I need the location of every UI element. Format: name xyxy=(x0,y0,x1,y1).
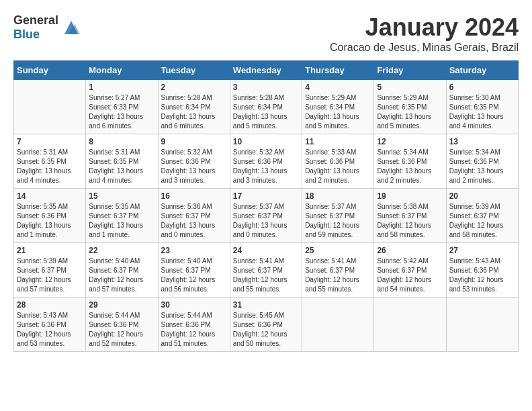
calendar-cell: 7Sunrise: 5:31 AMSunset: 6:35 PMDaylight… xyxy=(14,134,86,189)
calendar-cell: 1Sunrise: 5:27 AMSunset: 6:33 PMDaylight… xyxy=(86,80,158,134)
calendar-cell xyxy=(14,80,86,134)
calendar-cell: 6Sunrise: 5:30 AMSunset: 6:35 PMDaylight… xyxy=(446,80,518,134)
calendar-cell: 19Sunrise: 5:38 AMSunset: 6:37 PMDayligh… xyxy=(374,189,446,243)
calendar-cell: 5Sunrise: 5:29 AMSunset: 6:35 PMDaylight… xyxy=(374,80,446,134)
day-info: Sunrise: 5:32 AMSunset: 6:36 PMDaylight:… xyxy=(161,148,227,185)
day-number: 10 xyxy=(233,137,299,146)
day-info: Sunrise: 5:40 AMSunset: 6:37 PMDaylight:… xyxy=(89,257,154,294)
day-info: Sunrise: 5:35 AMSunset: 6:37 PMDaylight:… xyxy=(89,202,154,240)
day-number: 3 xyxy=(233,83,299,92)
day-info: Sunrise: 5:39 AMSunset: 6:37 PMDaylight:… xyxy=(449,202,515,240)
calendar-week-row: 21Sunrise: 5:39 AMSunset: 6:37 PMDayligh… xyxy=(14,243,519,298)
day-info: Sunrise: 5:31 AMSunset: 6:35 PMDaylight:… xyxy=(17,148,83,185)
calendar-cell: 12Sunrise: 5:34 AMSunset: 6:36 PMDayligh… xyxy=(374,134,446,189)
day-info: Sunrise: 5:44 AMSunset: 6:36 PMDaylight:… xyxy=(89,311,154,349)
calendar-cell: 13Sunrise: 5:34 AMSunset: 6:36 PMDayligh… xyxy=(446,134,518,189)
day-info: Sunrise: 5:29 AMSunset: 6:35 PMDaylight:… xyxy=(377,93,443,131)
day-info: Sunrise: 5:38 AMSunset: 6:37 PMDaylight:… xyxy=(377,202,443,240)
day-number: 13 xyxy=(449,137,515,146)
day-number: 27 xyxy=(449,246,515,255)
calendar-cell: 16Sunrise: 5:36 AMSunset: 6:37 PMDayligh… xyxy=(158,189,230,243)
calendar-cell: 28Sunrise: 5:43 AMSunset: 6:36 PMDayligh… xyxy=(14,298,86,352)
calendar-cell xyxy=(446,298,518,352)
calendar-cell: 25Sunrise: 5:41 AMSunset: 6:37 PMDayligh… xyxy=(302,243,374,298)
day-number: 5 xyxy=(377,83,443,92)
calendar-cell: 31Sunrise: 5:45 AMSunset: 6:36 PMDayligh… xyxy=(230,298,302,352)
day-number: 15 xyxy=(89,191,154,201)
day-number: 2 xyxy=(161,83,227,92)
calendar-cell: 10Sunrise: 5:32 AMSunset: 6:36 PMDayligh… xyxy=(230,134,302,189)
day-info: Sunrise: 5:42 AMSunset: 6:37 PMDaylight:… xyxy=(377,257,443,294)
calendar-cell: 29Sunrise: 5:44 AMSunset: 6:36 PMDayligh… xyxy=(86,298,158,352)
calendar-week-row: 28Sunrise: 5:43 AMSunset: 6:36 PMDayligh… xyxy=(14,298,519,352)
day-info: Sunrise: 5:45 AMSunset: 6:36 PMDaylight:… xyxy=(233,311,299,349)
title-section: January 2024 Coracao de Jesus, Minas Ger… xyxy=(330,13,519,54)
calendar-cell: 24Sunrise: 5:41 AMSunset: 6:37 PMDayligh… xyxy=(230,243,302,298)
calendar-cell: 17Sunrise: 5:37 AMSunset: 6:37 PMDayligh… xyxy=(230,189,302,243)
calendar-cell: 11Sunrise: 5:33 AMSunset: 6:36 PMDayligh… xyxy=(302,134,374,189)
day-number: 9 xyxy=(161,137,227,146)
day-number: 16 xyxy=(161,191,227,201)
calendar-cell: 22Sunrise: 5:40 AMSunset: 6:37 PMDayligh… xyxy=(86,243,158,298)
logo-blue: Blue xyxy=(13,28,40,41)
calendar-cell xyxy=(374,298,446,352)
logo-general: General xyxy=(13,13,58,27)
day-number: 17 xyxy=(233,191,299,201)
weekday-header-friday: Friday xyxy=(374,61,446,80)
day-number: 22 xyxy=(89,246,154,255)
calendar-table: SundayMondayTuesdayWednesdayThursdayFrid… xyxy=(13,60,519,352)
day-info: Sunrise: 5:29 AMSunset: 6:34 PMDaylight:… xyxy=(305,93,371,131)
day-info: Sunrise: 5:37 AMSunset: 6:37 PMDaylight:… xyxy=(305,202,371,240)
calendar-cell xyxy=(302,298,374,352)
day-info: Sunrise: 5:34 AMSunset: 6:36 PMDaylight:… xyxy=(377,148,443,185)
day-info: Sunrise: 5:32 AMSunset: 6:36 PMDaylight:… xyxy=(233,148,299,185)
weekday-header-thursday: Thursday xyxy=(302,61,374,80)
calendar-cell: 21Sunrise: 5:39 AMSunset: 6:37 PMDayligh… xyxy=(14,243,86,298)
day-info: Sunrise: 5:41 AMSunset: 6:37 PMDaylight:… xyxy=(305,257,371,294)
day-info: Sunrise: 5:31 AMSunset: 6:35 PMDaylight:… xyxy=(89,148,154,185)
day-number: 24 xyxy=(233,246,299,255)
day-number: 25 xyxy=(305,246,371,255)
weekday-header-saturday: Saturday xyxy=(446,61,518,80)
day-number: 18 xyxy=(305,191,371,201)
calendar-cell: 9Sunrise: 5:32 AMSunset: 6:36 PMDaylight… xyxy=(158,134,230,189)
calendar-week-row: 7Sunrise: 5:31 AMSunset: 6:35 PMDaylight… xyxy=(14,134,519,189)
day-number: 6 xyxy=(449,83,515,92)
day-info: Sunrise: 5:30 AMSunset: 6:35 PMDaylight:… xyxy=(449,93,515,131)
day-number: 8 xyxy=(89,137,154,146)
day-info: Sunrise: 5:44 AMSunset: 6:36 PMDaylight:… xyxy=(161,311,227,349)
day-info: Sunrise: 5:35 AMSunset: 6:36 PMDaylight:… xyxy=(17,202,83,240)
calendar-week-row: 14Sunrise: 5:35 AMSunset: 6:36 PMDayligh… xyxy=(14,189,519,243)
day-number: 14 xyxy=(17,191,83,201)
weekday-header-wednesday: Wednesday xyxy=(230,61,302,80)
calendar-cell: 26Sunrise: 5:42 AMSunset: 6:37 PMDayligh… xyxy=(374,243,446,298)
calendar-cell: 14Sunrise: 5:35 AMSunset: 6:36 PMDayligh… xyxy=(14,189,86,243)
day-info: Sunrise: 5:37 AMSunset: 6:37 PMDaylight:… xyxy=(233,202,299,240)
calendar-cell: 30Sunrise: 5:44 AMSunset: 6:36 PMDayligh… xyxy=(158,298,230,352)
weekday-header-sunday: Sunday xyxy=(14,61,86,80)
calendar-cell: 2Sunrise: 5:28 AMSunset: 6:34 PMDaylight… xyxy=(158,80,230,134)
day-info: Sunrise: 5:28 AMSunset: 6:34 PMDaylight:… xyxy=(161,93,227,131)
weekday-header-tuesday: Tuesday xyxy=(158,61,230,80)
calendar-cell: 27Sunrise: 5:43 AMSunset: 6:36 PMDayligh… xyxy=(446,243,518,298)
day-number: 28 xyxy=(17,300,83,310)
day-number: 12 xyxy=(377,137,443,146)
day-number: 11 xyxy=(305,137,371,146)
day-info: Sunrise: 5:41 AMSunset: 6:37 PMDaylight:… xyxy=(233,257,299,294)
day-number: 31 xyxy=(233,300,299,310)
day-number: 26 xyxy=(377,246,443,255)
calendar-cell: 15Sunrise: 5:35 AMSunset: 6:37 PMDayligh… xyxy=(86,189,158,243)
calendar-cell: 4Sunrise: 5:29 AMSunset: 6:34 PMDaylight… xyxy=(302,80,374,134)
day-number: 29 xyxy=(89,300,154,310)
calendar-cell: 20Sunrise: 5:39 AMSunset: 6:37 PMDayligh… xyxy=(446,189,518,243)
day-info: Sunrise: 5:36 AMSunset: 6:37 PMDaylight:… xyxy=(161,202,227,240)
day-number: 30 xyxy=(161,300,227,310)
day-number: 4 xyxy=(305,83,371,92)
calendar-cell: 8Sunrise: 5:31 AMSunset: 6:35 PMDaylight… xyxy=(86,134,158,189)
day-info: Sunrise: 5:39 AMSunset: 6:37 PMDaylight:… xyxy=(17,257,83,294)
weekday-header-row: SundayMondayTuesdayWednesdayThursdayFrid… xyxy=(14,61,519,80)
logo-icon xyxy=(61,17,81,38)
day-number: 20 xyxy=(449,191,515,201)
location-title: Coracao de Jesus, Minas Gerais, Brazil xyxy=(330,42,519,54)
day-info: Sunrise: 5:27 AMSunset: 6:33 PMDaylight:… xyxy=(89,93,154,131)
